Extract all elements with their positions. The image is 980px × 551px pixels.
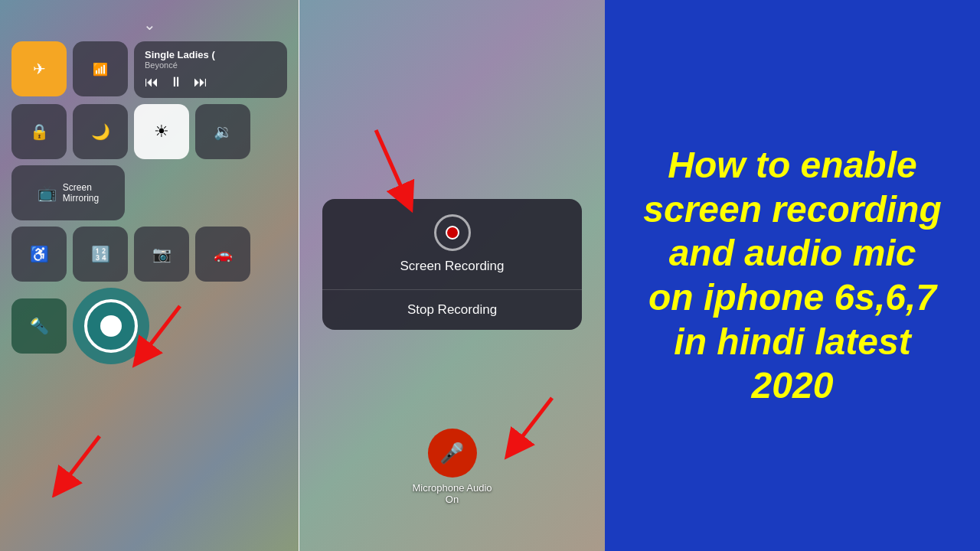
right-panel: How to enable screen recording and audio… [605, 0, 980, 551]
screen-mirroring-icon: 📺 [38, 184, 57, 202]
svg-line-3 [61, 436, 100, 486]
rotation-lock-button[interactable]: 🔒 [11, 104, 67, 159]
volume-icon: 🔉 [214, 122, 233, 141]
title-line1: How to enable [668, 145, 916, 185]
record-dot-icon [446, 226, 459, 240]
pause-button[interactable]: ⏸ [169, 74, 183, 90]
car-play-button[interactable]: 🚗 [195, 227, 250, 282]
airplane-mode-button[interactable]: ✈ [11, 41, 67, 96]
cellular-icon: 📶 [93, 62, 108, 77]
title-line2: screen recording [643, 189, 941, 230]
mirroring-row: 📺 Screen Mirroring [11, 165, 287, 220]
calculator-icon: 🔢 [91, 245, 110, 263]
brightness-arrow [119, 298, 188, 375]
cellular-button[interactable]: 📶 [73, 41, 128, 96]
accessibility-icon: ♿ [30, 245, 49, 263]
brightness-icon: ☀ [154, 122, 169, 142]
record-icon-circle [434, 214, 471, 251]
svg-line-1 [142, 306, 180, 356]
second-controls-row: 🔒 🌙 ☀ 🔉 [11, 104, 287, 159]
record-arrow [46, 429, 107, 497]
title-text: How to enable screen recording and audio… [635, 143, 949, 408]
popup-arrow [345, 122, 437, 214]
mic-label: Microphone Audio On [412, 482, 492, 505]
microphone-button[interactable]: 🎤 [427, 429, 476, 478]
bottom-icons-row: ♿ 🔢 📷 🚗 [11, 227, 287, 282]
rotation-lock-icon: 🔒 [30, 122, 49, 141]
mic-arrow [491, 390, 567, 467]
chevron-down-icon[interactable]: ⌄ [11, 15, 287, 34]
moon-icon: 🌙 [91, 122, 110, 141]
brightness-button[interactable]: ☀ [134, 104, 189, 159]
svg-line-7 [514, 398, 552, 448]
music-controls: ⏮ ⏸ ⏭ [145, 74, 276, 90]
rewind-button[interactable]: ⏮ [145, 74, 158, 90]
title-line5: in hindi latest 2020 [674, 321, 910, 406]
stop-recording-button[interactable]: Stop Recording [322, 290, 582, 330]
calculator-button[interactable]: 🔢 [73, 227, 128, 282]
title-line3: and audio mic [669, 233, 916, 273]
do-not-disturb-button[interactable]: 🌙 [73, 104, 128, 159]
car-icon: 🚗 [214, 245, 233, 263]
airplane-icon: ✈ [33, 60, 46, 78]
music-title: Single Ladies ( [145, 49, 276, 60]
screen-mirroring-button[interactable]: 📺 Screen Mirroring [11, 165, 125, 220]
volume-button[interactable]: 🔉 [195, 104, 250, 159]
accessibility-button[interactable]: ♿ [11, 227, 67, 282]
music-widget[interactable]: Single Ladies ( Beyoncé ⏮ ⏸ ⏭ [134, 41, 287, 98]
screen-recording-label: Screen Recording [400, 259, 504, 274]
camera-button[interactable]: 📷 [134, 227, 189, 282]
microphone-icon: 🎤 [439, 442, 464, 465]
mic-container: 🎤 Microphone Audio On [412, 429, 492, 505]
flashlight-icon: 🔦 [30, 317, 49, 335]
middle-panel: Screen Recording Stop Recording 🎤 Microp… [299, 0, 605, 551]
flashlight-button[interactable]: 🔦 [11, 298, 67, 354]
svg-line-5 [376, 130, 407, 199]
top-controls-row: ✈ 📶 Single Ladies ( Beyoncé ⏮ ⏸ ⏭ [11, 41, 287, 98]
camera-icon: 📷 [152, 245, 172, 263]
recording-popup: Screen Recording Stop Recording [322, 199, 582, 330]
left-panel: ⌄ ✈ 📶 Single Ladies ( Beyoncé ⏮ ⏸ ⏭ [0, 0, 299, 551]
music-artist: Beyoncé [145, 60, 276, 70]
title-line4: on iphone 6s,6,7 [648, 277, 936, 318]
fast-forward-button[interactable]: ⏭ [194, 74, 207, 90]
screen-mirroring-label: Screen Mirroring [63, 182, 99, 204]
